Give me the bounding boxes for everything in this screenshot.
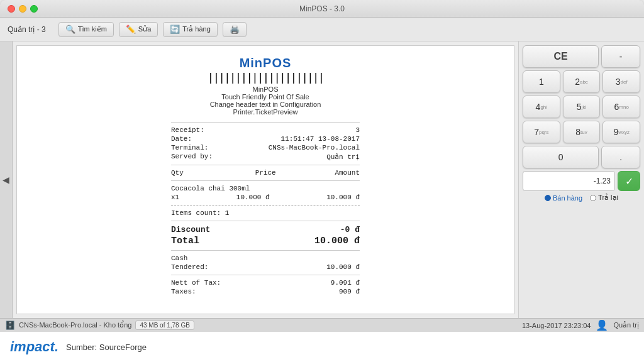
traffic-lights <box>8 5 38 13</box>
receipt-date-value: 11:51:47 13-08-2017 <box>281 135 360 143</box>
numpad-input-row: -1.23 ✓ <box>523 171 640 191</box>
storage-badge: 43 MB of 1,78 GB <box>135 321 194 330</box>
receipt-payment-label: Cash <box>171 255 360 262</box>
status-terminal: CNSs-MacBook-Pro.local - Kho tổng <box>19 321 131 329</box>
radio-sell[interactable]: Bán hàng <box>545 194 582 202</box>
col-amount-header: Amount <box>335 169 360 177</box>
receipt-nett-label: Nett of Tax: <box>171 279 221 287</box>
receipt-item-qty: x1 <box>171 194 179 201</box>
title-bar: MinPOS - 3.0 <box>0 0 644 18</box>
numpad-radio-row: Bán hàng Trả lại <box>523 194 640 202</box>
receipt: MinPOS ||||||||||||||||||||| MinPOS Touc… <box>158 46 372 307</box>
receipt-tagline2: Change header text in Configuration <box>171 101 360 108</box>
radio-return[interactable]: Trả lại <box>590 194 618 202</box>
receipt-item-name: Cocacola chai 300ml <box>171 185 360 192</box>
btn-6[interactable]: 6mno <box>602 96 640 118</box>
receipt-discount-row: Discount -0 đ <box>171 225 360 234</box>
ce-button[interactable]: CE <box>523 45 599 68</box>
numpad-display: -1.23 <box>523 171 615 191</box>
receipt-no-row: Receipt: 3 <box>171 126 360 134</box>
app-window: MinPOS - 3.0 Quản trị - 3 🔍 Tìm kiếm ✏️ … <box>0 0 644 332</box>
receipt-total-row: Total 10.000 đ <box>171 236 360 246</box>
receipt-served-label: Served by: <box>171 153 213 161</box>
status-user: Quản trị <box>613 321 639 329</box>
receipt-col-headers: Qty Price Amount <box>171 169 360 177</box>
receipt-discount-label: Discount <box>171 225 210 234</box>
toolbar: Quản trị - 3 🔍 Tìm kiếm ✏️ Sửa 🔄 Trả hàn… <box>0 18 644 41</box>
status-datetime: 13-Aug-2017 23:23:04 <box>522 322 591 329</box>
radio-sell-label: Bán hàng <box>553 194 582 202</box>
edit-icon: ✏️ <box>126 25 136 35</box>
receipt-divider-5 <box>171 250 360 251</box>
main-content: ◀ MinPOS ||||||||||||||||||||| MinPOS To… <box>0 41 644 318</box>
receipt-divider-6 <box>171 275 360 275</box>
receipt-divider-4 <box>171 221 360 221</box>
print-button[interactable]: 🖨️ <box>223 22 247 37</box>
receipt-nett-row: Nett of Tax: 9.091 đ <box>171 279 360 287</box>
col-price-header: Price <box>196 169 335 177</box>
search-icon: 🔍 <box>65 25 75 35</box>
btn-2[interactable]: 2abc <box>563 70 601 93</box>
receipt-tagline1: Touch Friendly Point Of Sale <box>171 93 360 101</box>
receipt-divider-2 <box>171 165 360 165</box>
receipt-taxes-value: 909 đ <box>339 288 360 295</box>
print-icon: 🖨️ <box>230 25 240 35</box>
minimize-button[interactable] <box>19 5 26 13</box>
btn-4[interactable]: 4ghi <box>523 96 560 118</box>
receipt-terminal-label: Terminal: <box>171 144 208 151</box>
numpad-area: CE - 1 2abc 3def 4ghi <box>518 41 644 318</box>
receipt-date-label: Date: <box>171 135 192 143</box>
edit-button[interactable]: ✏️ Sửa <box>119 22 158 37</box>
maximize-button[interactable] <box>30 5 38 13</box>
receipt-tendered-value: 10.000 đ <box>326 263 360 271</box>
dash-button[interactable]: - <box>601 45 640 68</box>
database-icon: 🗄️ <box>5 321 15 330</box>
watermark-logo: impact. <box>10 339 58 355</box>
check-icon: ✓ <box>625 175 633 187</box>
btn-3[interactable]: 3def <box>602 70 640 93</box>
close-button[interactable] <box>8 5 15 13</box>
col-qty-header: Qty <box>171 169 196 177</box>
numpad-row-123: 1 2abc 3def <box>523 70 640 93</box>
return-icon: 🔄 <box>170 25 180 35</box>
watermark-source: Sumber: SourceForge <box>66 343 147 352</box>
receipt-header: MinPOS ||||||||||||||||||||| MinPOS Touc… <box>171 56 360 116</box>
receipt-tagline3: Printer.TicketPreview <box>171 108 360 116</box>
receipt-terminal-value: CNSs-MacBook-Pro.local <box>269 144 360 151</box>
btn-0[interactable]: 0 <box>523 146 599 168</box>
collapse-icon: ◀ <box>3 175 9 185</box>
receipt-item-row: x1 10.000 đ 10.000 đ <box>171 194 360 201</box>
receipt-item-amount: 10.000 đ <box>326 194 360 201</box>
numpad-row-0dot: 0 . <box>523 146 640 168</box>
receipt-nett-value: 9.091 đ <box>331 279 360 287</box>
receipt-tendered-row: Tendered: 10.000 đ <box>171 263 360 271</box>
radio-sell-circle <box>545 195 551 201</box>
receipt-terminal-row: Terminal: CNSs-MacBook-Pro.local <box>171 144 360 151</box>
btn-9[interactable]: 9wxyz <box>602 121 640 143</box>
receipt-served-row: Served by: Quản trị <box>171 153 360 161</box>
receipt-total-label: Total <box>171 236 199 246</box>
btn-5[interactable]: 5jkl <box>563 96 601 118</box>
numpad-row-456: 4ghi 5jkl 6mno <box>523 96 640 118</box>
numpad-row-789: 7pqrs 8tuv 9wxyz <box>523 121 640 143</box>
search-button[interactable]: 🔍 Tìm kiếm <box>58 22 114 37</box>
receipt-no-value: 3 <box>355 126 360 134</box>
receipt-tendered-label: Tendered: <box>171 263 208 271</box>
btn-1[interactable]: 1 <box>523 70 560 93</box>
receipt-taxes-label: Taxes: <box>171 288 196 295</box>
sidebar-handle[interactable]: ◀ <box>0 41 13 318</box>
numpad-row-ce: CE - <box>523 45 640 68</box>
window-title: MinPOS - 3.0 <box>299 4 345 13</box>
confirm-button[interactable]: ✓ <box>618 171 640 191</box>
btn-8[interactable]: 8tuv <box>563 121 601 143</box>
user-label: Quản trị - 3 <box>8 25 46 34</box>
receipt-item-price: 10.000 đ <box>236 194 270 201</box>
user-icon: 👤 <box>596 319 608 331</box>
receipt-area[interactable]: MinPOS ||||||||||||||||||||| MinPOS Touc… <box>16 45 514 314</box>
btn-dot[interactable]: . <box>601 146 640 168</box>
receipt-divider-1 <box>171 122 360 123</box>
radio-return-label: Trả lại <box>598 194 618 202</box>
btn-7[interactable]: 7pqrs <box>523 121 560 143</box>
return-button[interactable]: 🔄 Trả hàng <box>163 22 218 37</box>
receipt-barcode: ||||||||||||||||||||| <box>171 72 360 84</box>
